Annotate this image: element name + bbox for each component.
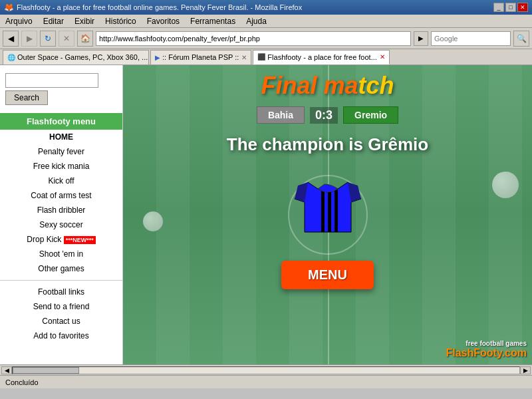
menu-bar: Arquivo Editar Exibir Histórico Favorito… bbox=[0, 15, 532, 28]
sidebar-link-flashdribbler[interactable]: Flash dribbler bbox=[0, 203, 122, 217]
menu-ferramentas[interactable]: Ferramentas bbox=[188, 16, 238, 27]
sidebar-link-coatofarms[interactable]: Coat of arms test bbox=[0, 188, 122, 203]
home-button[interactable]: 🏠 bbox=[77, 31, 93, 47]
champion-text: The champion is Grêmio bbox=[227, 134, 428, 155]
menu-favoritos[interactable]: Favoritos bbox=[144, 16, 182, 27]
sidebar-menu-title: Flashfooty menu bbox=[0, 113, 122, 130]
sidebar-divider bbox=[0, 280, 122, 281]
menu-ajuda[interactable]: Ajuda bbox=[243, 16, 269, 27]
scroll-right-button[interactable]: ▶ bbox=[520, 366, 531, 374]
browser-icon: 🦊 bbox=[4, 3, 14, 12]
browser-search-button[interactable]: 🔍 bbox=[513, 31, 529, 47]
sidebar-link-favorites[interactable]: Add to favorites bbox=[0, 329, 122, 343]
stop-button[interactable]: ✕ bbox=[59, 31, 74, 47]
tab-outer-space[interactable]: 🌐 Outer Space - Games, PC, Xbox 360, ...… bbox=[3, 50, 149, 65]
sidebar-link-kickoff[interactable]: Kick off bbox=[0, 174, 122, 188]
sidebar: Search Flashfooty menu HOME Penalty feve… bbox=[0, 65, 123, 364]
tab-flashfooty[interactable]: ⬛ Flashfooty - a place for free foot... … bbox=[253, 50, 389, 65]
title-bar: 🦊 Flashfooty - a place for free football… bbox=[0, 0, 532, 15]
sidebar-link-sexysoccer[interactable]: Sexy soccer bbox=[0, 217, 122, 232]
scrollbar-thumb[interactable] bbox=[13, 367, 79, 374]
window-title: Flashfooty - a place for free football o… bbox=[17, 3, 302, 11]
jersey-container bbox=[288, 166, 368, 247]
sidebar-link-send-friend[interactable]: Send to a friend bbox=[0, 299, 122, 314]
go-button[interactable]: ▶ bbox=[414, 31, 428, 46]
tabs-bar: 🌐 Outer Space - Games, PC, Xbox 360, ...… bbox=[0, 49, 532, 65]
score-display: 0:3 bbox=[310, 107, 338, 124]
menu-exibir[interactable]: Exibir bbox=[72, 16, 97, 27]
jersey-svg bbox=[288, 166, 368, 245]
horizontal-scrollbar[interactable]: ◀ ▶ bbox=[0, 364, 532, 375]
tab-icon-forum: ▶ bbox=[155, 54, 160, 61]
tab-close-flashfooty[interactable]: ✕ bbox=[380, 53, 385, 61]
toolbar: ◀ ▶ ↻ ✕ 🏠 ▶ 🔍 bbox=[0, 28, 532, 49]
menu-historico[interactable]: Histórico bbox=[102, 16, 139, 27]
game-content: Final match Bahia 0:3 Gremio The champio… bbox=[123, 65, 532, 289]
logo-brand: FlashFooty.com bbox=[446, 347, 527, 358]
menu-editar[interactable]: Editar bbox=[41, 16, 66, 27]
maximize-button[interactable]: □ bbox=[505, 3, 516, 12]
score-bar: Bahia 0:3 Gremio bbox=[257, 106, 398, 124]
new-badge: ***NEW*** bbox=[64, 236, 96, 244]
menu-arquivo[interactable]: Arquivo bbox=[3, 16, 35, 27]
tab-icon-outer-space: 🌐 bbox=[7, 54, 15, 61]
main-container: Search Flashfooty menu HOME Penalty feve… bbox=[0, 65, 532, 364]
sidebar-link-contact[interactable]: Contact us bbox=[0, 314, 122, 329]
status-bar: Concluído bbox=[0, 375, 532, 388]
minimize-button[interactable]: _ bbox=[493, 3, 504, 12]
tab-close-forum[interactable]: ✕ bbox=[241, 54, 247, 61]
scrollbar-track[interactable] bbox=[12, 366, 520, 374]
scroll-left-button[interactable]: ◀ bbox=[1, 366, 12, 374]
sidebar-link-dropkick[interactable]: Drop Kick ***NEW*** bbox=[0, 232, 122, 247]
team-gremio: Gremio bbox=[343, 106, 398, 124]
forward-button[interactable]: ▶ bbox=[21, 31, 37, 47]
sidebar-link-othergames[interactable]: Other games bbox=[0, 261, 122, 276]
sidebar-link-home[interactable]: HOME bbox=[0, 130, 122, 144]
tab-forum-psp[interactable]: ▶ :: Fórum Planeta PSP :: ✕ bbox=[150, 50, 251, 65]
final-match-title: Final match bbox=[261, 72, 394, 100]
reload-button[interactable]: ↻ bbox=[40, 31, 56, 47]
sidebar-link-shootem[interactable]: Shoot 'em in bbox=[0, 247, 122, 261]
flashfooty-logo: free football games FlashFooty.com bbox=[446, 340, 527, 359]
address-input[interactable] bbox=[96, 31, 411, 46]
sidebar-link-freekick[interactable]: Free kick mania bbox=[0, 159, 122, 174]
team-bahia: Bahia bbox=[257, 106, 305, 124]
status-text: Concluído bbox=[5, 378, 39, 386]
browser-search-input[interactable] bbox=[431, 31, 511, 46]
search-button[interactable]: Search bbox=[5, 90, 48, 105]
sidebar-link-football-links[interactable]: Football links bbox=[0, 285, 122, 299]
tab-icon-flashfooty: ⬛ bbox=[257, 53, 265, 61]
game-area: Final match Bahia 0:3 Gremio The champio… bbox=[123, 65, 532, 364]
logo-tagline: free football games bbox=[446, 340, 527, 347]
back-button[interactable]: ◀ bbox=[3, 31, 19, 47]
sidebar-search-input[interactable] bbox=[5, 73, 98, 88]
menu-button[interactable]: MENU bbox=[281, 261, 374, 289]
address-bar: ▶ bbox=[96, 31, 428, 46]
sidebar-link-penalty[interactable]: Penalty fever bbox=[0, 144, 122, 159]
sidebar-search-area: Search bbox=[0, 70, 122, 108]
close-button[interactable]: ✕ bbox=[517, 3, 528, 12]
